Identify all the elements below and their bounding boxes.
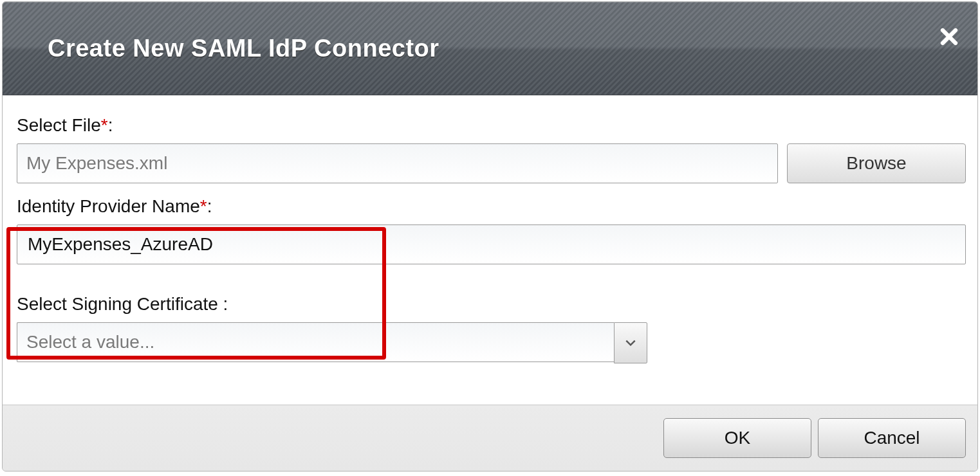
dialog-titlebar: Create New SAML IdP Connector (3, 2, 977, 95)
dialog-body: Select File*: My Expenses.xml Browse Ide… (3, 95, 977, 405)
select-file-path-display: My Expenses.xml (17, 143, 778, 183)
signing-cert-display: Select a value... (17, 322, 614, 362)
idp-name-group: Identity Provider Name*: (17, 196, 966, 264)
idp-name-input-wrapper (17, 224, 966, 264)
ok-button[interactable]: OK (663, 418, 811, 458)
dialog-title: Create New SAML IdP Connector (48, 35, 439, 62)
dialog: Create New SAML IdP Connector Select Fil… (2, 1, 978, 471)
signing-cert-select[interactable]: Select a value... (17, 322, 647, 363)
select-file-group: Select File*: My Expenses.xml Browse (17, 115, 966, 183)
signing-cert-label: Select Signing Certificate : (17, 294, 966, 315)
idp-name-input[interactable] (26, 233, 956, 255)
dialog-footer: OK Cancel (3, 405, 977, 471)
chevron-down-icon (624, 338, 637, 347)
signing-cert-dropdown-button[interactable] (614, 322, 647, 363)
idp-name-label: Identity Provider Name*: (17, 196, 966, 217)
browse-button[interactable]: Browse (787, 143, 966, 183)
signing-cert-group: Select Signing Certificate : Select a va… (17, 294, 966, 363)
select-file-label: Select File*: (17, 115, 966, 136)
cancel-button[interactable]: Cancel (818, 418, 966, 458)
close-icon (939, 27, 959, 46)
close-button[interactable] (938, 25, 961, 48)
